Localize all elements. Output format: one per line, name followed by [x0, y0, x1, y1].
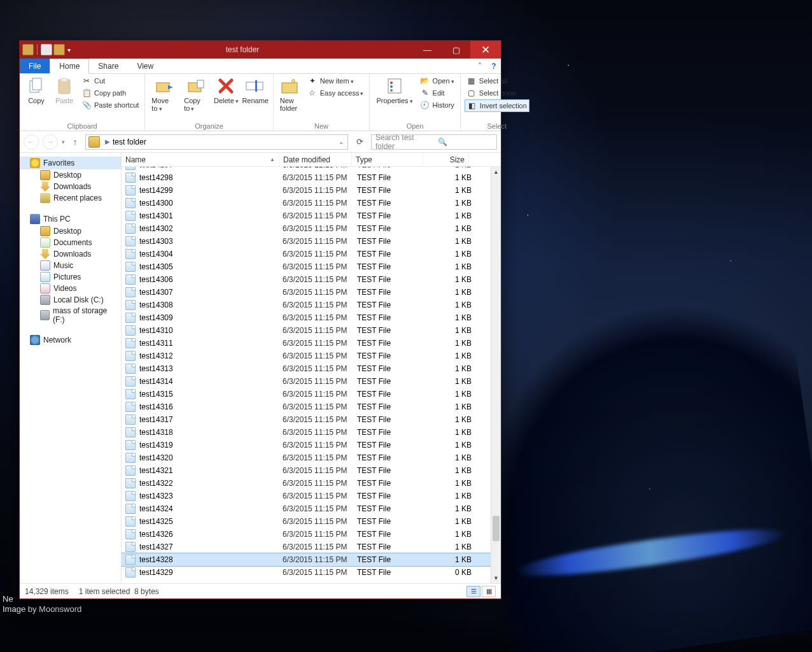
cut-button[interactable]: ✂Cut	[80, 75, 141, 87]
copy-to-button[interactable]: Copy to	[181, 75, 211, 113]
help-button[interactable]: ?	[487, 59, 501, 73]
tree-pc-downloads[interactable]: Downloads	[20, 248, 121, 260]
back-button[interactable]: ←	[24, 134, 39, 150]
titlebar[interactable]: ▾ test folder — ▢ ✕	[20, 41, 501, 59]
tab-home[interactable]: Home	[50, 59, 89, 74]
col-date[interactable]: Date modified	[279, 153, 352, 166]
qat-folder-icon[interactable]	[22, 44, 34, 55]
paste-shortcut-button[interactable]: 📎Paste shortcut	[80, 99, 141, 111]
minimize-button[interactable]: —	[413, 41, 442, 59]
file-row[interactable]: test142986/3/2015 11:15 PMTEST File1 KB	[122, 171, 501, 184]
forward-button[interactable]: →	[43, 134, 58, 150]
file-row[interactable]: test143286/3/2015 11:15 PMTEST File1 KB	[122, 553, 501, 566]
qat-newfolder-icon[interactable]	[53, 44, 65, 55]
file-row[interactable]: test143066/3/2015 11:15 PMTEST File1 KB	[122, 273, 501, 286]
rename-button[interactable]: Rename	[242, 75, 269, 106]
file-row[interactable]: test143086/3/2015 11:15 PMTEST File1 KB	[122, 299, 501, 311]
file-row[interactable]: test143206/3/2015 11:15 PMTEST File1 KB	[122, 451, 501, 464]
navigation-tree[interactable]: Favorites Desktop Downloads Recent place…	[20, 153, 122, 583]
up-button[interactable]: ↑	[69, 137, 81, 147]
open-button[interactable]: 📂Open	[418, 75, 456, 87]
move-to-button[interactable]: Move to	[149, 75, 179, 113]
details-view-button[interactable]: ☰	[466, 586, 480, 597]
address-path[interactable]: test folder	[113, 138, 146, 146]
file-row[interactable]: test143056/3/2015 11:15 PMTEST File1 KB	[122, 260, 501, 273]
file-row[interactable]: test143196/3/2015 11:15 PMTEST File1 KB	[122, 439, 501, 451]
tree-favorites[interactable]: Favorites	[20, 157, 121, 169]
thumbnails-view-button[interactable]: ▦	[482, 586, 496, 597]
file-row[interactable]: test143126/3/2015 11:15 PMTEST File1 KB	[122, 350, 501, 362]
file-row[interactable]: test143236/3/2015 11:15 PMTEST File1 KB	[122, 490, 501, 502]
new-item-button[interactable]: ✦New item	[305, 75, 366, 87]
file-row[interactable]: test143176/3/2015 11:15 PMTEST File1 KB	[122, 413, 501, 426]
tree-pc-desktop[interactable]: Desktop	[20, 225, 121, 237]
file-row[interactable]: test143146/3/2015 11:15 PMTEST File1 KB	[122, 375, 501, 388]
file-rows[interactable]: test142976/3/2015 11:15 PMTEST File1 KBt…	[122, 167, 501, 583]
col-type[interactable]: Type	[352, 153, 423, 166]
tree-pc-music[interactable]: Music	[20, 260, 121, 271]
qat-dropdown-icon[interactable]: ▾	[66, 46, 72, 53]
paste-button[interactable]: Paste	[52, 75, 77, 106]
address-bar[interactable]: ▶ test folder ⌄	[85, 134, 348, 150]
edit-button[interactable]: ✎Edit	[418, 87, 456, 99]
tab-share[interactable]: Share	[89, 59, 128, 73]
file-row[interactable]: test143296/3/2015 11:15 PMTEST File0 KB	[122, 566, 501, 579]
file-row[interactable]: test143216/3/2015 11:15 PMTEST File1 KB	[122, 464, 501, 477]
new-folder-button[interactable]: New folder	[277, 75, 303, 113]
tree-fav-desktop[interactable]: Desktop	[20, 169, 121, 181]
tree-network[interactable]: Network	[20, 334, 121, 346]
tab-view[interactable]: View	[128, 59, 163, 73]
select-all-button[interactable]: ▦Select all	[465, 75, 529, 87]
history-button[interactable]: 🕘History	[418, 99, 456, 111]
file-row[interactable]: test143136/3/2015 11:15 PMTEST File1 KB	[122, 362, 501, 375]
file-row[interactable]: test143096/3/2015 11:15 PMTEST File1 KB	[122, 311, 501, 324]
file-row[interactable]: test143276/3/2015 11:15 PMTEST File1 KB	[122, 541, 501, 553]
file-row[interactable]: test143036/3/2015 11:15 PMTEST File1 KB	[122, 235, 501, 248]
scroll-up-button[interactable]: ▲	[491, 167, 501, 177]
tree-this-pc[interactable]: This PC	[20, 213, 121, 225]
tab-file[interactable]: File	[20, 59, 50, 73]
scroll-down-button[interactable]: ▼	[491, 573, 501, 583]
file-row[interactable]: test143186/3/2015 11:15 PMTEST File1 KB	[122, 426, 501, 439]
refresh-button[interactable]: ⟳	[352, 137, 367, 146]
easy-access-button[interactable]: ☆Easy access	[305, 87, 366, 99]
maximize-button[interactable]: ▢	[442, 41, 470, 59]
qat-properties-icon[interactable]	[41, 44, 52, 55]
invert-selection-button[interactable]: ◧Invert selection	[465, 99, 529, 112]
breadcrumb-chevron-icon[interactable]: ▶	[102, 138, 113, 145]
scroll-track[interactable]	[491, 177, 501, 573]
tree-pc-videos[interactable]: Videos	[20, 283, 121, 294]
vertical-scrollbar[interactable]: ▲ ▼	[491, 167, 501, 583]
col-name[interactable]: Name▲	[122, 153, 279, 166]
file-row[interactable]: test143166/3/2015 11:15 PMTEST File1 KB	[122, 400, 501, 413]
tree-fav-recent[interactable]: Recent places	[20, 192, 121, 204]
tree-pc-pictures[interactable]: Pictures	[20, 271, 121, 283]
close-button[interactable]: ✕	[470, 41, 501, 59]
tree-pc-documents[interactable]: Documents	[20, 237, 121, 248]
file-row[interactable]: test143116/3/2015 11:15 PMTEST File1 KB	[122, 337, 501, 350]
search-icon[interactable]: 🔍	[434, 138, 496, 146]
file-row[interactable]: test142976/3/2015 11:15 PMTEST File1 KB	[122, 167, 501, 171]
tree-fav-downloads[interactable]: Downloads	[20, 181, 121, 192]
file-row[interactable]: test142996/3/2015 11:15 PMTEST File1 KB	[122, 184, 501, 197]
scroll-thumb[interactable]	[493, 516, 500, 541]
delete-button[interactable]: Delete	[213, 75, 239, 106]
search-box[interactable]: Search test folder 🔍	[371, 134, 497, 150]
file-row[interactable]: test143016/3/2015 11:15 PMTEST File1 KB	[122, 209, 501, 222]
file-row[interactable]: test143106/3/2015 11:15 PMTEST File1 KB	[122, 324, 501, 337]
properties-button[interactable]: Properties	[374, 75, 415, 106]
copy-path-button[interactable]: 📋Copy path	[80, 87, 141, 99]
select-none-button[interactable]: ▢Select none	[465, 87, 529, 99]
file-row[interactable]: test143076/3/2015 11:15 PMTEST File1 KB	[122, 286, 501, 299]
recent-locations-dropdown[interactable]: ▾	[62, 139, 65, 145]
file-row[interactable]: test143026/3/2015 11:15 PMTEST File1 KB	[122, 222, 501, 235]
address-dropdown-icon[interactable]: ⌄	[335, 138, 347, 145]
file-row[interactable]: test143256/3/2015 11:15 PMTEST File1 KB	[122, 515, 501, 528]
file-row[interactable]: test143266/3/2015 11:15 PMTEST File1 KB	[122, 528, 501, 541]
ribbon-collapse-button[interactable]: ˄	[473, 59, 487, 73]
file-row[interactable]: test143156/3/2015 11:15 PMTEST File1 KB	[122, 388, 501, 400]
tree-pc-storage[interactable]: mass of storage (F:)	[20, 306, 121, 325]
file-row[interactable]: test143046/3/2015 11:15 PMTEST File1 KB	[122, 248, 501, 260]
tree-pc-local-disk[interactable]: Local Disk (C:)	[20, 294, 121, 306]
file-row[interactable]: test143246/3/2015 11:15 PMTEST File1 KB	[122, 502, 501, 515]
